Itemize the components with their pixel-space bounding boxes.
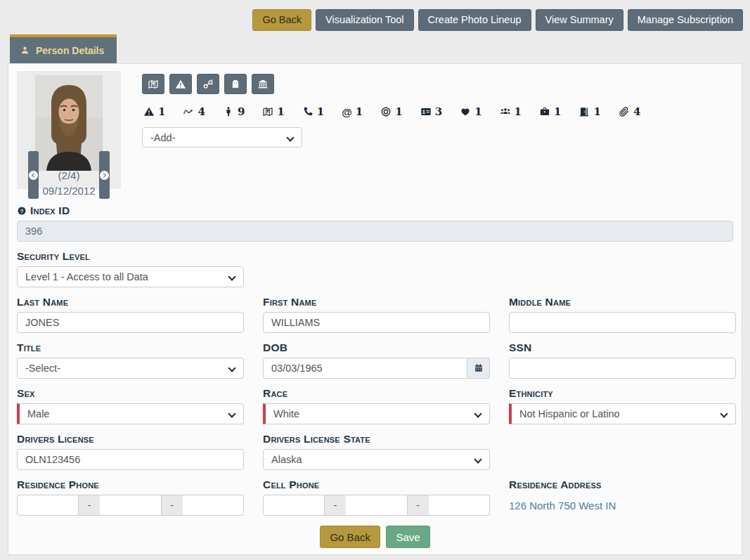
chevron-down-icon xyxy=(228,273,235,280)
count-activity[interactable]: 4 xyxy=(183,105,205,118)
count-premises[interactable]: 1 xyxy=(578,105,600,118)
residence-address-label: Residence Address xyxy=(509,478,736,491)
ghost-button[interactable] xyxy=(224,74,247,94)
cell-phone-area-field[interactable] xyxy=(263,495,325,516)
photo-caption-row: (2/4) 09/12/2012 xyxy=(17,151,121,199)
photo-date: 09/12/2012 xyxy=(39,183,99,199)
photo-carousel: (2/4) 09/12/2012 xyxy=(17,71,121,189)
security-level-select[interactable]: Level 1 - Access to all Data xyxy=(17,266,244,287)
chevron-right-icon xyxy=(100,171,109,180)
residence-phone-area-field[interactable] xyxy=(17,495,79,516)
residence-address-link[interactable]: 126 North 750 West IN xyxy=(509,495,736,512)
cell-phone-prefix-field[interactable] xyxy=(346,495,407,516)
bank-icon xyxy=(257,79,269,90)
index-id-field xyxy=(17,221,733,242)
count-groups[interactable]: 1 xyxy=(500,105,522,118)
top-toolbar: Go Back Visualization Tool Create Photo … xyxy=(0,0,750,34)
count-id-cards[interactable]: 3 xyxy=(420,105,442,118)
person-details-panel: (2/4) 09/12/2012 1 4 9 1 xyxy=(8,63,742,555)
count-phones[interactable]: 1 xyxy=(302,105,324,118)
count-locations[interactable]: 1 xyxy=(262,105,284,118)
first-name-label: First Name xyxy=(263,296,490,308)
previous-photo-button[interactable] xyxy=(28,151,39,199)
dob-label: DOB xyxy=(263,341,490,354)
help-question-icon[interactable] xyxy=(17,206,27,216)
cell-phone-line-field[interactable] xyxy=(429,495,490,516)
briefcase-icon xyxy=(539,106,550,117)
ghost-icon xyxy=(230,79,241,90)
photo-counter: (2/4) xyxy=(39,168,99,183)
first-name-field[interactable] xyxy=(263,312,490,333)
chevron-left-icon xyxy=(29,171,38,180)
count-employment[interactable]: 1 xyxy=(539,105,561,118)
add-dropdown[interactable]: -Add- xyxy=(142,127,302,148)
go-back-button-bottom[interactable]: Go Back xyxy=(320,526,380,548)
chevron-down-icon xyxy=(474,455,481,463)
warning-triangle-icon xyxy=(143,106,155,117)
map-marked-button[interactable] xyxy=(142,74,164,94)
manage-subscription-button[interactable]: Manage Subscription xyxy=(628,9,743,31)
drivers-license-field[interactable] xyxy=(17,449,244,470)
last-name-field[interactable] xyxy=(17,312,244,333)
person-icon xyxy=(223,106,234,117)
race-select[interactable]: White xyxy=(263,403,490,424)
count-attachments[interactable]: 4 xyxy=(619,105,640,118)
add-dropdown-value: -Add- xyxy=(150,132,175,143)
quick-tools: 1 4 9 1 1 @1 1 3 1 1 1 1 4 -Add- xyxy=(142,71,640,189)
tab-person-details[interactable]: Person Details xyxy=(10,34,117,63)
ssn-label: SSN xyxy=(509,341,736,354)
door-icon xyxy=(578,106,590,117)
save-button[interactable]: Save xyxy=(386,526,429,548)
entity-toolbar xyxy=(142,74,640,94)
residence-phone-label: Residence Phone xyxy=(17,478,244,491)
visualization-tool-button[interactable]: Visualization Tool xyxy=(316,9,414,31)
title-select[interactable]: -Select- xyxy=(17,358,244,379)
chevron-down-icon xyxy=(228,410,235,417)
tab-bar: Person Details xyxy=(0,34,750,63)
cell-phone-label: Cell Phone xyxy=(263,478,490,491)
users-icon xyxy=(500,106,511,117)
map-marked-icon xyxy=(148,79,159,90)
warning-button[interactable] xyxy=(169,74,192,94)
record-counts: 1 4 9 1 1 @1 1 3 1 1 1 1 4 xyxy=(143,105,640,118)
drivers-license-state-select[interactable]: Alaska xyxy=(263,449,490,470)
middle-name-field[interactable] xyxy=(509,312,736,333)
phone-separator: - xyxy=(162,495,183,516)
calendar-button[interactable] xyxy=(467,358,490,379)
chevron-down-icon xyxy=(286,134,294,141)
bank-button[interactable] xyxy=(252,74,274,94)
drivers-license-label: Drivers License xyxy=(17,433,244,445)
middle-name-label: Middle Name xyxy=(509,296,736,308)
ssn-field[interactable] xyxy=(509,358,736,379)
count-targets[interactable]: 1 xyxy=(380,105,402,118)
go-back-button-top[interactable]: Go Back xyxy=(252,9,311,31)
sex-select[interactable]: Male xyxy=(17,403,244,424)
cell-phone-group: - - xyxy=(263,495,490,516)
heart-icon xyxy=(460,106,471,117)
next-photo-button[interactable] xyxy=(99,151,110,199)
residence-phone-prefix-field[interactable] xyxy=(100,495,161,516)
dob-field[interactable] xyxy=(263,358,467,379)
phone-separator: - xyxy=(325,495,346,516)
sex-label: Sex xyxy=(17,387,244,400)
handcuffs-button[interactable] xyxy=(197,74,219,94)
warning-triangle-icon xyxy=(175,79,186,90)
map-marked-icon xyxy=(262,106,273,117)
race-label: Race xyxy=(263,387,490,400)
bullseye-icon xyxy=(380,106,392,117)
residence-phone-line-field[interactable] xyxy=(183,495,244,516)
count-warnings[interactable]: 1 xyxy=(143,105,165,118)
view-summary-button[interactable]: View Summary xyxy=(536,9,623,31)
paperclip-icon xyxy=(619,106,630,117)
tab-label: Person Details xyxy=(36,45,104,56)
form-footer: Go Back Save xyxy=(17,526,733,548)
count-emails[interactable]: @1 xyxy=(342,105,363,118)
count-persons[interactable]: 9 xyxy=(223,105,245,118)
create-photo-lineup-button[interactable]: Create Photo Lineup xyxy=(418,9,531,31)
ethnicity-label: Ethnicity xyxy=(509,387,736,400)
ethnicity-select[interactable]: Not Hispanic or Latino xyxy=(509,403,736,424)
residence-phone-group: - - xyxy=(17,495,244,516)
last-name-label: Last Name xyxy=(17,296,244,308)
id-card-icon xyxy=(420,106,432,117)
count-relationships[interactable]: 1 xyxy=(460,105,481,118)
